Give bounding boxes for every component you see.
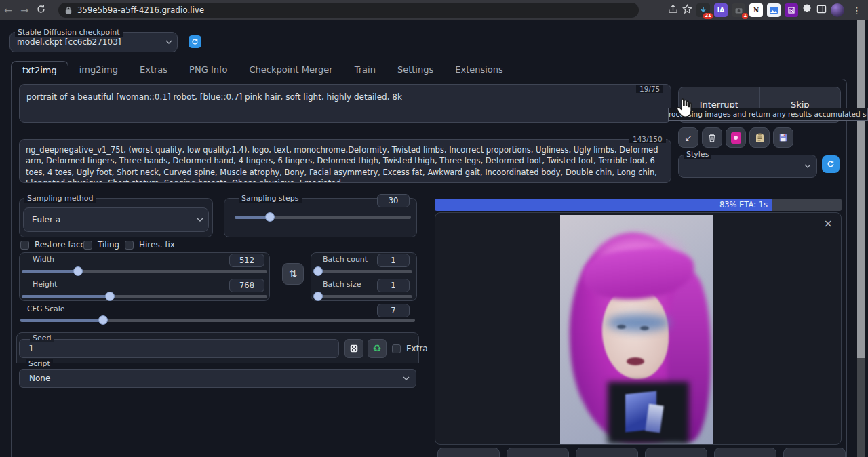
- extra-networks-card-icon: [731, 132, 741, 144]
- batch-size-slider[interactable]: [316, 295, 412, 298]
- camera-extension-icon[interactable]: 1: [732, 3, 745, 17]
- script-dropdown[interactable]: None: [19, 369, 416, 388]
- extra-networks-button[interactable]: [726, 127, 746, 148]
- tiling-label: Tiling: [98, 240, 119, 250]
- height-slider[interactable]: [22, 295, 267, 298]
- sampling-steps-slider[interactable]: [235, 216, 411, 219]
- height-value[interactable]: 768: [229, 279, 264, 292]
- hires-fix-label: Hires. fix: [139, 240, 175, 250]
- tab-png-info[interactable]: PNG Info: [178, 61, 238, 79]
- width-label: Width: [30, 255, 57, 264]
- tiling-option: Tiling: [83, 240, 119, 250]
- restore-faces-checkbox[interactable]: [20, 241, 29, 250]
- progress-bar: 83% ETA: 1s: [435, 199, 842, 211]
- lock-icon: [65, 4, 72, 17]
- tab-settings[interactable]: Settings: [387, 61, 444, 79]
- share-icon[interactable]: [668, 4, 678, 17]
- generated-image[interactable]: [560, 215, 713, 444]
- browser-menu-icon[interactable]: ⋮: [848, 5, 865, 16]
- dice-icon: [349, 344, 359, 353]
- ia-extension-icon[interactable]: IA: [714, 3, 728, 17]
- apply-styles-button[interactable]: [749, 127, 770, 148]
- result-button[interactable]: [437, 448, 500, 457]
- restore-faces-option: Restore faces: [20, 240, 90, 250]
- sampling-steps-label: Sampling steps: [239, 194, 302, 203]
- tab-extensions[interactable]: Extensions: [444, 61, 514, 79]
- seed-extra-option: Extra: [392, 344, 428, 353]
- camera-badge: 1: [742, 13, 748, 19]
- onenote-extension-icon[interactable]: [785, 3, 798, 17]
- forward-icon[interactable]: →: [16, 5, 33, 16]
- cfg-scale-label: CFG Scale: [24, 304, 68, 313]
- refresh-icon: [191, 38, 199, 45]
- tab-bar: txt2img img2img Extras PNG Info Checkpoi…: [11, 61, 514, 79]
- sampling-method-dropdown[interactable]: Euler a: [23, 207, 209, 232]
- seed-label: Seed: [30, 334, 54, 342]
- notion-extension-icon[interactable]: N: [749, 3, 763, 17]
- close-icon[interactable]: ×: [824, 218, 833, 229]
- checkpoint-label: Stable Diffusion checkpoint: [15, 28, 123, 37]
- tab-checkpoint-merger[interactable]: Checkpoint Merger: [238, 61, 343, 79]
- swap-arrows-icon: ⇅: [289, 268, 298, 280]
- result-button[interactable]: [783, 448, 846, 457]
- result-button[interactable]: [714, 448, 776, 457]
- sampling-method-caret-icon: [197, 218, 203, 222]
- bookmark-star-icon[interactable]: [682, 4, 692, 17]
- screen: ← → 359e5b9a-a5ff-4216.gradio.live 21 IA…: [0, 0, 868, 457]
- tiling-checkbox[interactable]: [83, 241, 92, 250]
- prompt-token-counter: 19/75: [636, 85, 663, 93]
- side-panel-icon[interactable]: [816, 4, 827, 17]
- swap-dimensions-button[interactable]: ⇅: [282, 263, 304, 285]
- width-value[interactable]: 512: [229, 254, 264, 267]
- mouse-cursor-icon: [674, 97, 694, 124]
- profile-avatar[interactable]: [831, 3, 844, 17]
- downloads-extension-icon[interactable]: 21: [696, 3, 710, 17]
- batch-size-value[interactable]: 1: [377, 279, 410, 292]
- height-label: Height: [30, 280, 60, 289]
- save-style-button[interactable]: [773, 127, 793, 148]
- width-slider[interactable]: [22, 270, 267, 273]
- cfg-scale-slider[interactable]: [20, 319, 415, 322]
- result-button[interactable]: [507, 448, 569, 457]
- extensions-puzzle-icon[interactable]: [802, 4, 812, 17]
- seed-extra-checkbox[interactable]: [392, 344, 401, 353]
- paste-params-button[interactable]: ↙: [678, 127, 698, 148]
- address-bar[interactable]: 359e5b9a-a5ff-4216.gradio.live: [58, 3, 639, 18]
- floppy-disk-icon: [778, 133, 788, 142]
- random-seed-button[interactable]: [344, 339, 363, 358]
- back-icon[interactable]: ←: [0, 5, 16, 16]
- url-text: 359e5b9a-a5ff-4216.gradio.live: [77, 5, 204, 15]
- batch-count-slider[interactable]: [316, 270, 412, 273]
- photos-extension-icon[interactable]: [767, 3, 781, 17]
- browser-toolbar: ← → 359e5b9a-a5ff-4216.gradio.live 21 IA…: [0, 0, 868, 20]
- tab-img2img[interactable]: img2img: [68, 61, 129, 79]
- hires-fix-checkbox[interactable]: [125, 241, 134, 250]
- trash-icon: [707, 133, 717, 142]
- cfg-scale-value[interactable]: 7: [377, 304, 410, 317]
- seed-input[interactable]: -1: [19, 339, 339, 358]
- recycle-icon: ♻: [372, 342, 381, 355]
- arrow-down-left-icon: ↙: [685, 133, 692, 143]
- scrollbar-thumb[interactable]: [857, 20, 865, 358]
- result-button[interactable]: [645, 448, 707, 457]
- prompt-textarea[interactable]: portrait of a beautiful [woman::0.1] rob…: [19, 84, 671, 123]
- sampling-method-label: Sampling method: [24, 194, 96, 203]
- reuse-seed-button[interactable]: ♻: [368, 339, 387, 358]
- batch-count-value[interactable]: 1: [377, 254, 410, 267]
- checkpoint-refresh-button[interactable]: [189, 35, 201, 48]
- negative-prompt-textarea[interactable]: ng_deepnegative_v1_75t, (worst quality, …: [19, 139, 671, 183]
- tab-extras[interactable]: Extras: [129, 61, 178, 79]
- restore-faces-label: Restore faces: [35, 240, 90, 250]
- clear-prompt-button[interactable]: [702, 127, 722, 148]
- styles-caret-icon: [804, 164, 811, 168]
- tab-txt2img[interactable]: txt2img: [11, 61, 68, 80]
- sampling-steps-value[interactable]: 30: [377, 194, 410, 207]
- result-button[interactable]: [576, 448, 638, 457]
- interrupt-tooltip: rocessing images and return any results …: [668, 108, 868, 121]
- negative-token-counter: 143/150: [629, 135, 666, 143]
- reload-icon[interactable]: [33, 5, 49, 16]
- tab-train[interactable]: Train: [344, 61, 387, 79]
- styles-refresh-button[interactable]: [822, 155, 840, 173]
- styles-label: Styles: [684, 150, 711, 159]
- hires-fix-option: Hires. fix: [125, 240, 175, 250]
